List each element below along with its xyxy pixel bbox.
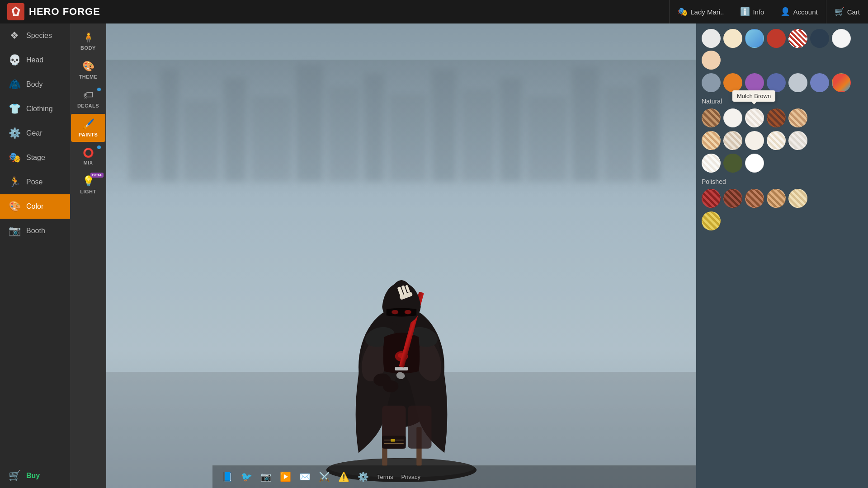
swatch-brown1[interactable] — [702, 108, 721, 127]
natural-row3 — [702, 154, 863, 173]
sidebar-item-gear[interactable]: ⚙️ Gear — [0, 121, 70, 145]
sidebar-label-species: Species — [26, 32, 52, 40]
main-viewport[interactable]: 📘 🐦 📷 ▶️ ✉️ ⚔️ ⚠️ ⚙️ Terms Privacy 🚫 🪄 🔧 — [106, 23, 696, 488]
pose-icon: 🏃 — [8, 176, 21, 188]
swatch-cream-stripe[interactable] — [767, 131, 786, 150]
species-icon: ❖ — [8, 30, 21, 42]
swatch-red[interactable] — [767, 29, 786, 48]
swatch-brown-pol1[interactable] — [723, 189, 742, 208]
swatch-brown2[interactable] — [767, 108, 786, 127]
tool-paints-icon: 🖌️ — [82, 118, 94, 130]
cart-nav[interactable]: 🛒 Cart — [826, 0, 868, 23]
decals-dot-badge — [97, 88, 101, 91]
swatch-tan2[interactable] — [723, 131, 742, 150]
sidebar-item-pose[interactable]: 🏃 Pose — [0, 170, 70, 194]
sidebar-item-body[interactable]: 🧥 Body — [0, 72, 70, 97]
natural-section-label: Natural — [702, 98, 863, 105]
cart-icon: 🛒 — [835, 7, 844, 17]
tool-mix[interactable]: ⭕ MIX — [71, 143, 105, 170]
head-icon: 💀 — [8, 54, 21, 66]
swatch-periwinkle[interactable] — [810, 73, 829, 92]
account-label: Account — [793, 8, 817, 16]
user-profile-nav[interactable]: 🎭 Lady Mari.. — [669, 0, 732, 23]
twitter-icon[interactable]: 🐦 — [241, 471, 252, 482]
email-icon[interactable]: ✉️ — [299, 471, 311, 482]
swatch-tan-pol[interactable] — [767, 189, 786, 208]
tool-mix-icon: ⭕ — [83, 147, 94, 158]
privacy-link[interactable]: Privacy — [401, 474, 420, 480]
logo-icon[interactable] — [7, 3, 24, 20]
swatch-blue-light[interactable] — [745, 29, 764, 48]
swatch-brown3[interactable] — [788, 108, 807, 127]
sidebar-label-gear: Gear — [26, 129, 42, 137]
swatch-nat-white-stripe[interactable] — [745, 108, 764, 127]
natural-row2 — [702, 131, 863, 150]
user-character-icon: 🎭 — [678, 7, 688, 17]
tool-paints[interactable]: 🖌️ PAINTS — [71, 114, 105, 142]
facebook-icon[interactable]: 📘 — [222, 471, 233, 482]
community-icon[interactable]: ⚔️ — [319, 471, 330, 482]
swatch-colorful[interactable] — [832, 73, 851, 92]
youtube-icon[interactable]: ▶️ — [280, 471, 291, 482]
booth-icon: 📷 — [8, 225, 21, 237]
swatch-nat-white1[interactable] — [723, 108, 742, 127]
svg-rect-26 — [382, 436, 406, 449]
svg-rect-5 — [251, 96, 292, 182]
account-nav[interactable]: 👤 Account — [772, 0, 826, 23]
swatch-pure-white[interactable] — [745, 154, 764, 173]
settings-icon[interactable]: ⚙️ — [358, 471, 369, 482]
sidebar-label-clothing: Clothing — [26, 105, 53, 113]
sidebar-item-clothing[interactable]: 👕 Clothing — [0, 97, 70, 121]
left-sidebar: ❖ Species 💀 Head 🧥 Body 👕 Clothing ⚙️ Ge… — [0, 23, 70, 488]
swatch-dark-navy[interactable] — [810, 29, 829, 48]
swatch-cream[interactable] — [723, 29, 742, 48]
info-nav[interactable]: ℹ️ Info — [732, 0, 772, 23]
sidebar-item-booth[interactable]: 📷 Booth — [0, 219, 70, 243]
svg-rect-36 — [395, 367, 408, 371]
sidebar-label-head: Head — [26, 56, 43, 64]
swatch-ivory[interactable] — [745, 131, 764, 150]
tool-theme[interactable]: 🎨 THEME — [71, 56, 105, 84]
swatch-orange[interactable] — [723, 73, 742, 92]
svg-rect-29 — [391, 439, 395, 442]
swatch-brown-pol2[interactable] — [745, 189, 764, 208]
user-name: Lady Mari.. — [690, 8, 724, 16]
svg-rect-2 — [160, 69, 179, 182]
tool-body[interactable]: 🧍 BODY — [71, 27, 105, 55]
swatch-light-grey[interactable] — [788, 73, 807, 92]
swatch-white-ghost[interactable] — [702, 29, 721, 48]
sidebar-item-stage[interactable]: 🎭 Stage — [0, 145, 70, 170]
tooltip-text: Mulch Brown — [737, 93, 771, 99]
tool-light[interactable]: BETA 💡 LIGHT — [71, 171, 105, 199]
right-panel: Mulch Brown Natural Polished — [696, 23, 868, 488]
sidebar-item-color[interactable]: 🎨 Color — [0, 194, 70, 219]
swatch-light-skin[interactable] — [702, 51, 721, 70]
swatch-white-plain2[interactable] — [832, 29, 851, 48]
bottom-bar: 📘 🐦 📷 ▶️ ✉️ ⚔️ ⚠️ ⚙️ Terms Privacy 🚫 🪄 🔧 — [212, 465, 696, 488]
svg-rect-12 — [500, 78, 522, 182]
sidebar-label-pose: Pose — [26, 178, 42, 186]
logo-area[interactable]: HERO FORGE — [0, 3, 108, 20]
swatch-dark-red[interactable] — [702, 189, 721, 208]
tool-decals[interactable]: 🏷 DECALS — [71, 85, 105, 113]
sidebar-item-head[interactable]: 💀 Head — [0, 48, 70, 72]
swatch-tan1[interactable] — [702, 131, 721, 150]
sidebar-label-stage: Stage — [26, 154, 45, 162]
swatch-purple[interactable] — [745, 73, 764, 92]
svg-rect-3 — [183, 100, 219, 182]
swatch-red-stripe[interactable] — [788, 29, 807, 48]
swatch-blue-purple[interactable] — [767, 73, 786, 92]
terms-link[interactable]: Terms — [377, 474, 393, 480]
sidebar-item-species[interactable]: ❖ Species — [0, 23, 70, 48]
tool-theme-label: THEME — [79, 74, 98, 80]
swatch-off-white[interactable] — [788, 131, 807, 150]
buy-button[interactable]: 🛒 Buy — [0, 464, 70, 488]
body-icon: 🧥 — [8, 79, 21, 90]
warning-icon[interactable]: ⚠️ — [338, 471, 349, 482]
instagram-icon[interactable]: 📷 — [260, 471, 272, 482]
swatch-grey[interactable] — [702, 73, 721, 92]
swatch-light-pol[interactable] — [788, 189, 807, 208]
swatch-nat-white3[interactable] — [702, 154, 721, 173]
swatch-gold[interactable] — [702, 211, 721, 230]
swatch-olive[interactable] — [723, 154, 742, 173]
